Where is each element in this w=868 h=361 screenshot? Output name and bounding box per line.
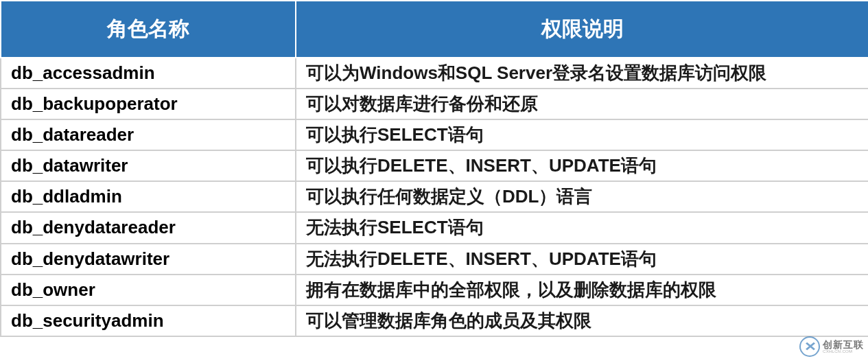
table-header-row: 角色名称 权限说明 <box>1 1 868 58</box>
header-desc: 权限说明 <box>296 1 868 58</box>
role-name: db_datawriter <box>1 150 296 181</box>
role-name: db_securityadmin <box>1 305 296 336</box>
role-name: db_accessadmin <box>1 58 296 89</box>
table-row: db_backupoperator 可以对数据库进行备份和还原 <box>1 89 868 119</box>
table-row: db_denydatawriter 无法执行DELETE、INSERT、UPDA… <box>1 244 868 275</box>
role-name: db_denydatareader <box>1 212 296 243</box>
watermark-text: 创新互联 CXHLCN.COM <box>823 340 864 353</box>
header-role: 角色名称 <box>1 1 296 58</box>
table-row: db_owner 拥有在数据库中的全部权限，以及删除数据库的权限 <box>1 275 868 305</box>
table-row: db_datawriter 可以执行DELETE、INSERT、UPDATE语句 <box>1 150 868 181</box>
role-desc: 可以执行DELETE、INSERT、UPDATE语句 <box>296 150 868 181</box>
role-name: db_ddladmin <box>1 181 296 212</box>
table-row: db_securityadmin 可以管理数据库角色的成员及其权限 <box>1 305 868 336</box>
role-desc: 无法执行SELECT语句 <box>296 212 868 243</box>
role-name: db_backupoperator <box>1 89 296 119</box>
role-desc: 可以执行SELECT语句 <box>296 119 868 150</box>
role-name: db_denydatawriter <box>1 244 296 275</box>
table-row: db_datareader 可以执行SELECT语句 <box>1 119 868 150</box>
role-name: db_owner <box>1 275 296 305</box>
table-row: db_denydatareader 无法执行SELECT语句 <box>1 212 868 243</box>
watermark: 创新互联 CXHLCN.COM <box>799 336 864 357</box>
role-name: db_datareader <box>1 119 296 150</box>
role-desc: 可以为Windows和SQL Server登录名设置数据库访问权限 <box>296 58 868 89</box>
watermark-logo-icon <box>799 336 820 357</box>
role-desc: 可以管理数据库角色的成员及其权限 <box>296 305 868 336</box>
role-desc: 可以对数据库进行备份和还原 <box>296 89 868 119</box>
role-desc: 可以执行任何数据定义（DDL）语言 <box>296 181 868 212</box>
watermark-sub: CXHLCN.COM <box>823 349 864 353</box>
role-desc: 无法执行DELETE、INSERT、UPDATE语句 <box>296 244 868 275</box>
table-row: db_accessadmin 可以为Windows和SQL Server登录名设… <box>1 58 868 89</box>
watermark-main: 创新互联 <box>823 340 864 349</box>
role-desc: 拥有在数据库中的全部权限，以及删除数据库的权限 <box>296 275 868 305</box>
table-row: db_ddladmin 可以执行任何数据定义（DDL）语言 <box>1 181 868 212</box>
roles-table: 角色名称 权限说明 db_accessadmin 可以为Windows和SQL … <box>0 0 868 337</box>
